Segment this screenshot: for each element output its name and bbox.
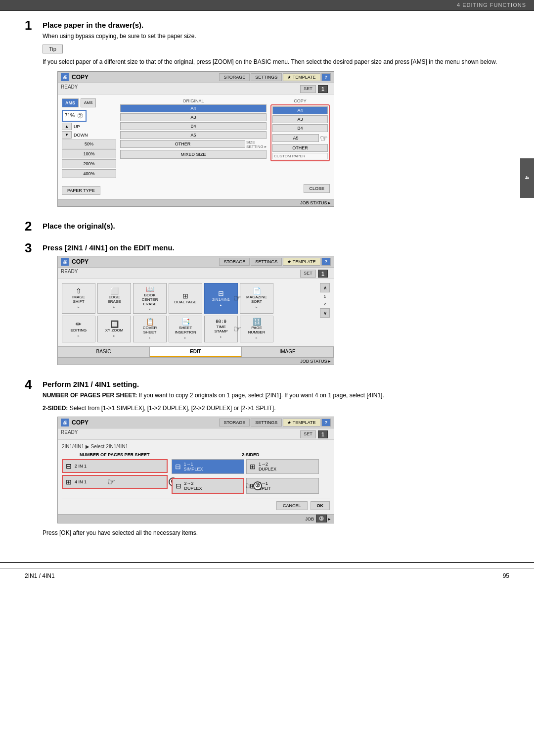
up-arrow[interactable]: ▲ — [62, 123, 72, 130]
set-btn-1[interactable]: SET — [300, 85, 316, 93]
edit-row-1: ⇧ IMAGESHIFT ▸ ⬜ EDGEERASE ▸ 📖 — [62, 283, 318, 314]
400-btn[interactable]: 400% — [62, 169, 116, 178]
100-btn[interactable]: 100% — [62, 149, 116, 158]
custom-paper-label[interactable]: CUSTOM PAPER — [272, 153, 328, 159]
image-tab[interactable]: IMAGE — [242, 347, 334, 357]
edit-nav-tabs: BASIC EDIT IMAGE — [58, 346, 334, 357]
close-btn-1[interactable]: CLOSE — [304, 184, 330, 193]
original-a4[interactable]: A4 — [120, 104, 267, 112]
original-other[interactable]: OTHER — [120, 140, 245, 148]
copy-a3[interactable]: A3 — [272, 115, 328, 123]
simplex-btn[interactable]: ⊟ 1→1SIMPLEX — [172, 459, 244, 474]
scroll-down-btn[interactable]: ∨ — [320, 308, 330, 318]
setting-breadcrumb: 2IN1/4IN1 ▶ Select 2IN1/4IN1 — [62, 444, 330, 449]
200-btn[interactable]: 200% — [62, 159, 116, 168]
job-status-bar-3: JOB ③ ▸ — [58, 514, 334, 523]
basic-tab[interactable]: BASIC — [58, 347, 150, 357]
scroll-group: ∧ 1 2 ∨ — [320, 283, 330, 318]
copy-sizes-highlight: A4 A3 B4 A5 ☞ OTHER CUSTOM PAPER — [270, 104, 330, 161]
screen-2-status-bar: READY SET 1 — [58, 268, 334, 279]
sheet-insertion-btn[interactable]: 📑 SHEETINSERTION ▸ — [169, 316, 202, 342]
set-btn-3[interactable]: SET — [300, 430, 316, 438]
step-1: 1 Place paper in the drawer(s). When usi… — [25, 21, 504, 211]
job-status-bar-1: JOB STATUS ▸ — [58, 199, 334, 206]
template-tab-3[interactable]: ★ TEMPLATE — [283, 419, 320, 426]
two-sided-section: 2-SIDED ⊟ 1→1SIMPLEX ⊞ 1→2DUPLEX — [172, 452, 330, 496]
cancel-btn[interactable]: CANCEL — [276, 501, 308, 510]
original-b4[interactable]: B4 — [120, 122, 267, 130]
editing-btn[interactable]: ✏ EDITING ▸ — [62, 316, 95, 342]
set-btn-2[interactable]: SET — [300, 270, 316, 278]
zoom-arrows: ▲ UP — [62, 123, 116, 130]
step-4-content: Perform 2IN1 / 4IN1 setting. NUMBER OF P… — [43, 380, 504, 541]
storage-tab-3[interactable]: STORAGE — [219, 419, 250, 426]
job-status-label-2[interactable]: JOB STATUS — [300, 359, 327, 364]
cover-sheet-btn[interactable]: 📋 COVERSHEET ▸ — [133, 316, 167, 342]
finger-icon-4: ☞ — [107, 476, 115, 487]
size-setting-link[interactable]: SIZESETTING ▸ — [246, 140, 267, 149]
page-footer: 2IN1 / 4IN1 95 — [0, 568, 534, 583]
screen-3-status-bar: READY SET 1 — [58, 428, 334, 440]
2in1-setting-btn[interactable]: ⊟ 2 IN 1 — [62, 459, 168, 473]
help-btn-2[interactable]: ? — [321, 258, 331, 266]
number-badge-3: 1 — [318, 430, 328, 438]
template-tab-1[interactable]: ★ TEMPLATE — [283, 73, 320, 81]
copy-a5[interactable]: A5 — [272, 134, 319, 142]
page-number-btn[interactable]: 🔢 PAGENUMBER ▸ — [240, 316, 273, 342]
set-area-1: SET 1 — [300, 84, 331, 93]
mixed-size-btn[interactable]: MIXED SIZE — [120, 150, 267, 159]
duplex-12-btn[interactable]: ⊞ 1→2DUPLEX — [246, 459, 319, 474]
scroll-up-btn[interactable]: ∧ — [320, 283, 330, 292]
job-status-label-3[interactable]: JOB — [305, 517, 314, 521]
callout-3: ③ — [316, 515, 327, 522]
ams2-btn[interactable]: AMS — [81, 98, 96, 107]
image-shift-btn[interactable]: ⇧ IMAGESHIFT ▸ — [62, 283, 95, 314]
copy-a4[interactable]: A4 — [272, 106, 328, 114]
step-4-final-note: Press [OK] after you have selected all t… — [43, 528, 504, 537]
settings-tab-1[interactable]: SETTINGS — [251, 73, 282, 81]
main-content: 1 Place paper in the drawer(s). When usi… — [0, 10, 534, 563]
down-arrow[interactable]: ▼ — [62, 131, 72, 139]
footer-left: 2IN1 / 4IN1 — [25, 572, 55, 579]
paper-type-btn[interactable]: PAPER TYPE — [62, 186, 100, 195]
scroll-indicator-2: 2 — [320, 301, 330, 307]
copy-other[interactable]: OTHER — [272, 144, 328, 152]
setting-footer: CANCEL OK — [62, 499, 330, 510]
help-btn-1[interactable]: ? — [321, 73, 331, 81]
50-btn[interactable]: 50% — [62, 140, 116, 148]
up-label: UP — [74, 124, 80, 129]
pages-per-sheet-section: NUMBER OF PAGES PER SHEET ⊟ 2 IN 1 ⊞ 4 I… — [62, 452, 168, 496]
2in1-4in1-btn[interactable]: ⊟ 2IN1/4IN1 ▸ ☞ — [204, 283, 238, 314]
screen-2-tabs: STORAGE SETTINGS ★ TEMPLATE ? — [219, 258, 331, 266]
status-label-2: READY — [61, 269, 78, 278]
edge-erase-btn[interactable]: ⬜ EDGEERASE ▸ — [97, 283, 131, 314]
ams-btn[interactable]: AMS — [62, 98, 79, 107]
settings-tab-2[interactable]: SETTINGS — [251, 258, 282, 266]
step-4-title: Perform 2IN1 / 4IN1 setting. — [43, 380, 504, 388]
xy-zoom-btn[interactable]: 🔲 XY ZOOM ▸ — [97, 316, 131, 342]
step-2: 2 Place the original(s). — [25, 222, 504, 233]
zoom-right: COPY A4 A3 B4 A5 ☞ OTHER CUSTOM PAP — [270, 98, 330, 179]
edit-tab[interactable]: EDIT — [150, 347, 242, 357]
template-tab-2[interactable]: ★ TEMPLATE — [283, 258, 320, 266]
dual-page-btn[interactable]: ⊞ DUAL PAGE — [169, 283, 202, 314]
storage-tab-2[interactable]: STORAGE — [219, 258, 250, 266]
time-stamp-btn[interactable]: 00:0 TIMESTAMP ▸ ☞ — [204, 316, 238, 342]
book-center-erase-btn[interactable]: 📖 BOOK CENTERERASE ▸ — [133, 283, 167, 314]
screen-3-mockup: 🖨 COPY STORAGE SETTINGS ★ TEMPLATE ? REA… — [57, 417, 334, 523]
help-btn-3[interactable]: ? — [321, 419, 331, 426]
screen-1-header: 🖨 COPY STORAGE SETTINGS ★ TEMPLATE ? — [58, 72, 334, 83]
settings-tab-3[interactable]: SETTINGS — [251, 419, 282, 426]
4in1-setting-btn[interactable]: ⊞ 4 IN 1 ☞ ① — [62, 475, 168, 489]
copy-b4[interactable]: B4 — [272, 124, 328, 132]
original-a5[interactable]: A5 — [120, 131, 267, 139]
copy-label: COPY — [270, 98, 330, 103]
original-other-row: OTHER SIZESETTING ▸ — [120, 140, 267, 149]
ok-btn[interactable]: OK — [311, 501, 330, 510]
step-3-number: 3 — [25, 241, 43, 254]
storage-tab-1[interactable]: STORAGE — [219, 73, 250, 81]
job-status-label-1[interactable]: JOB STATUS — [300, 200, 327, 205]
magazine-sort-btn[interactable]: 📄 MAGAZINESORT ▸ — [240, 283, 273, 314]
original-a3[interactable]: A3 — [120, 113, 267, 121]
duplex-22-btn[interactable]: ⊟ 2→2DUPLEX ☞ ② — [172, 478, 244, 494]
